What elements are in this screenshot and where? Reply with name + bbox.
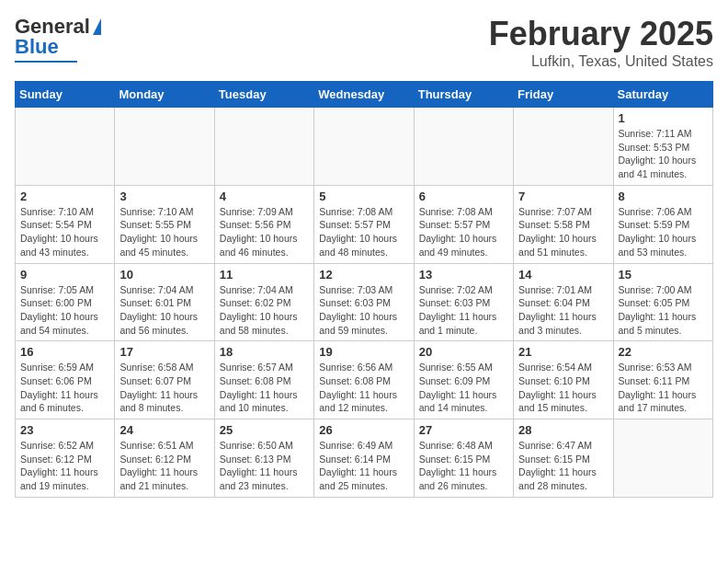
calendar-cell: 12Sunrise: 7:03 AM Sunset: 6:03 PM Dayli… [314,263,414,341]
calendar-cell: 11Sunrise: 7:04 AM Sunset: 6:02 PM Dayli… [214,263,313,341]
calendar-cell: 16Sunrise: 6:59 AM Sunset: 6:06 PM Dayli… [16,341,115,419]
day-info: Sunrise: 7:11 AM Sunset: 5:53 PM Dayligh… [619,127,708,181]
calendar-cell [16,108,115,186]
day-number: 26 [319,423,408,437]
day-info: Sunrise: 7:08 AM Sunset: 5:57 PM Dayligh… [419,205,508,259]
calendar-header-sunday: Sunday [16,82,115,108]
calendar-cell: 8Sunrise: 7:06 AM Sunset: 5:59 PM Daylig… [613,185,712,263]
calendar-cell: 19Sunrise: 6:56 AM Sunset: 6:08 PM Dayli… [314,341,414,419]
day-number: 10 [119,268,209,282]
page-title: February 2025 [489,15,713,53]
calendar-cell [613,419,712,498]
page-subtitle: Lufkin, Texas, United States [489,53,713,70]
calendar-cell: 14Sunrise: 7:01 AM Sunset: 6:04 PM Dayli… [514,263,613,341]
logo: General Blue [15,15,101,63]
page-header: General Blue February 2025 Lufkin, Texas… [15,15,713,70]
day-number: 22 [619,345,708,359]
day-number: 4 [220,190,309,203]
day-info: Sunrise: 7:02 AM Sunset: 6:03 PM Dayligh… [419,283,508,338]
day-number: 7 [518,190,608,203]
day-info: Sunrise: 7:05 AM Sunset: 6:00 PM Dayligh… [20,283,109,338]
calendar-cell: 27Sunrise: 6:48 AM Sunset: 6:15 PM Dayli… [414,419,513,498]
day-info: Sunrise: 7:07 AM Sunset: 5:58 PM Dayligh… [518,205,608,259]
calendar-cell [115,108,214,186]
calendar-header-tuesday: Tuesday [214,82,313,108]
day-number: 13 [419,268,508,282]
logo-underline [15,61,77,63]
calendar-cell: 10Sunrise: 7:04 AM Sunset: 6:01 PM Dayli… [115,263,214,341]
day-info: Sunrise: 6:57 AM Sunset: 6:08 PM Dayligh… [220,361,309,415]
calendar-header-wednesday: Wednesday [314,82,414,108]
day-number: 3 [119,190,209,203]
day-number: 15 [619,268,708,282]
calendar-cell [314,108,414,186]
calendar-cell: 25Sunrise: 6:50 AM Sunset: 6:13 PM Dayli… [214,419,313,498]
calendar-header-saturday: Saturday [613,82,712,108]
day-number: 19 [319,345,408,359]
day-info: Sunrise: 7:08 AM Sunset: 5:57 PM Dayligh… [319,205,408,259]
day-info: Sunrise: 7:09 AM Sunset: 5:56 PM Dayligh… [220,205,309,259]
day-number: 27 [419,423,508,437]
calendar-cell: 28Sunrise: 6:47 AM Sunset: 6:15 PM Dayli… [514,419,613,498]
calendar-cell [514,108,613,186]
calendar-cell: 15Sunrise: 7:00 AM Sunset: 6:05 PM Dayli… [613,263,712,341]
day-info: Sunrise: 7:10 AM Sunset: 5:54 PM Dayligh… [20,205,109,259]
day-info: Sunrise: 6:48 AM Sunset: 6:15 PM Dayligh… [419,439,508,493]
calendar-cell: 23Sunrise: 6:52 AM Sunset: 6:12 PM Dayli… [16,419,115,498]
day-number: 12 [319,268,408,282]
day-number: 5 [319,190,408,203]
calendar-cell: 24Sunrise: 6:51 AM Sunset: 6:12 PM Dayli… [115,419,214,498]
title-block: February 2025 Lufkin, Texas, United Stat… [489,15,713,70]
calendar-cell: 9Sunrise: 7:05 AM Sunset: 6:00 PM Daylig… [16,263,115,341]
day-info: Sunrise: 6:51 AM Sunset: 6:12 PM Dayligh… [119,439,209,493]
day-number: 17 [119,345,209,359]
day-number: 1 [619,111,708,125]
calendar-week-row: 16Sunrise: 6:59 AM Sunset: 6:06 PM Dayli… [16,341,713,419]
calendar-header-monday: Monday [115,82,214,108]
day-info: Sunrise: 7:06 AM Sunset: 5:59 PM Dayligh… [619,205,708,259]
day-number: 6 [419,190,508,203]
calendar-cell: 7Sunrise: 7:07 AM Sunset: 5:58 PM Daylig… [514,185,613,263]
calendar-cell: 4Sunrise: 7:09 AM Sunset: 5:56 PM Daylig… [214,185,313,263]
calendar-cell: 26Sunrise: 6:49 AM Sunset: 6:14 PM Dayli… [314,419,414,498]
day-number: 11 [220,268,309,282]
day-info: Sunrise: 6:52 AM Sunset: 6:12 PM Dayligh… [20,439,109,493]
logo-triangle-icon [93,18,101,35]
day-number: 23 [20,423,109,437]
day-info: Sunrise: 7:03 AM Sunset: 6:03 PM Dayligh… [319,283,408,338]
calendar-week-row: 1Sunrise: 7:11 AM Sunset: 5:53 PM Daylig… [16,108,713,186]
day-number: 25 [220,423,309,437]
calendar-header-row: SundayMondayTuesdayWednesdayThursdayFrid… [16,82,713,108]
calendar-cell: 5Sunrise: 7:08 AM Sunset: 5:57 PM Daylig… [314,185,414,263]
day-info: Sunrise: 6:50 AM Sunset: 6:13 PM Dayligh… [220,439,309,493]
day-info: Sunrise: 6:56 AM Sunset: 6:08 PM Dayligh… [319,361,408,415]
day-number: 9 [20,268,109,282]
day-info: Sunrise: 6:47 AM Sunset: 6:15 PM Dayligh… [518,439,608,493]
day-number: 18 [220,345,309,359]
calendar-cell: 3Sunrise: 7:10 AM Sunset: 5:55 PM Daylig… [115,185,214,263]
day-info: Sunrise: 7:10 AM Sunset: 5:55 PM Dayligh… [119,205,209,259]
calendar-week-row: 2Sunrise: 7:10 AM Sunset: 5:54 PM Daylig… [16,185,713,263]
calendar-cell: 6Sunrise: 7:08 AM Sunset: 5:57 PM Daylig… [414,185,513,263]
calendar-week-row: 23Sunrise: 6:52 AM Sunset: 6:12 PM Dayli… [16,419,713,498]
day-info: Sunrise: 7:04 AM Sunset: 6:01 PM Dayligh… [119,283,209,338]
day-number: 21 [518,345,608,359]
calendar-header-friday: Friday [514,82,613,108]
calendar-cell: 13Sunrise: 7:02 AM Sunset: 6:03 PM Dayli… [414,263,513,341]
calendar-cell [214,108,313,186]
day-number: 14 [518,268,608,282]
day-info: Sunrise: 6:55 AM Sunset: 6:09 PM Dayligh… [419,361,508,415]
calendar-week-row: 9Sunrise: 7:05 AM Sunset: 6:00 PM Daylig… [16,263,713,341]
day-number: 8 [619,190,708,203]
day-info: Sunrise: 6:54 AM Sunset: 6:10 PM Dayligh… [518,361,608,415]
day-info: Sunrise: 6:58 AM Sunset: 6:07 PM Dayligh… [119,361,209,415]
calendar-cell: 20Sunrise: 6:55 AM Sunset: 6:09 PM Dayli… [414,341,513,419]
calendar-cell [414,108,513,186]
calendar-cell: 18Sunrise: 6:57 AM Sunset: 6:08 PM Dayli… [214,341,313,419]
calendar-cell: 2Sunrise: 7:10 AM Sunset: 5:54 PM Daylig… [16,185,115,263]
day-number: 16 [20,345,109,359]
calendar-cell: 17Sunrise: 6:58 AM Sunset: 6:07 PM Dayli… [115,341,214,419]
calendar-cell: 21Sunrise: 6:54 AM Sunset: 6:10 PM Dayli… [514,341,613,419]
day-number: 2 [20,190,109,203]
calendar-table: SundayMondayTuesdayWednesdayThursdayFrid… [15,81,713,498]
